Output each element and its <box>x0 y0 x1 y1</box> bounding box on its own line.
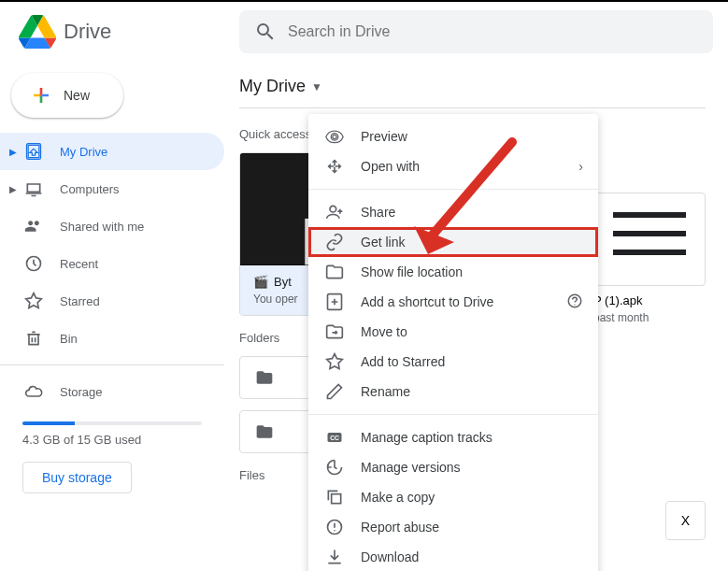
cloud-icon <box>22 380 45 403</box>
expand-icon[interactable]: ▶ <box>7 184 19 194</box>
shared-icon <box>22 215 45 237</box>
menu-item-label: Report abuse <box>361 520 439 535</box>
menu-item-add-to-starred[interactable]: Add to Starred <box>308 347 598 377</box>
menu-item-label: Open with <box>361 159 420 174</box>
download-icon <box>323 546 346 568</box>
recent-icon <box>22 252 45 275</box>
sidebar-item-my-drive[interactable]: ▶ My Drive <box>0 133 224 170</box>
menu-item-show-file-location[interactable]: Show file location <box>308 257 598 287</box>
sidebar-item-starred[interactable]: Starred <box>0 282 224 320</box>
menu-item-label: Preview <box>361 129 407 144</box>
menu-item-manage-versions[interactable]: Manage versions <box>308 452 598 482</box>
menu-item-get-link[interactable]: Get link <box>308 227 598 257</box>
search-icon <box>254 21 277 43</box>
quick-access-card-2[interactable]: P (1).apk past month <box>593 193 706 324</box>
star-icon <box>323 350 346 373</box>
storage-text: 4.3 GB of 15 GB used <box>22 433 202 447</box>
new-button[interactable]: New <box>11 73 123 118</box>
eye-icon <box>323 125 346 148</box>
divider <box>0 364 224 365</box>
svg-rect-8 <box>332 494 341 504</box>
nav-label: Bin <box>60 332 78 346</box>
menu-item-make-a-copy[interactable]: Make a copy <box>308 482 598 512</box>
search-bar[interactable] <box>239 10 713 53</box>
new-button-label: New <box>64 88 90 103</box>
computers-icon <box>22 178 45 200</box>
move-icon <box>323 321 346 343</box>
file-name: Byt <box>274 275 292 289</box>
sidebar-item-recent[interactable]: Recent <box>0 245 224 282</box>
menu-item-label: Show file location <box>361 264 463 279</box>
breadcrumb[interactable]: My Drive ▼ <box>239 77 706 108</box>
app-title: Drive <box>64 20 111 44</box>
search-input[interactable] <box>288 23 698 40</box>
menu-divider <box>308 189 598 190</box>
menu-item-share[interactable]: Share <box>308 197 598 227</box>
breadcrumb-label: My Drive <box>239 77 306 96</box>
chevron-down-icon: ▼ <box>311 80 322 93</box>
nav-label: Starred <box>60 294 100 308</box>
menu-item-label: Add a shortcut to Drive <box>361 294 493 309</box>
cc-icon: CC <box>323 426 346 449</box>
add-drive-icon <box>323 291 346 313</box>
menu-item-manage-caption-tracks[interactable]: CCManage caption tracks <box>308 422 598 452</box>
folder-icon <box>323 261 346 283</box>
bin-icon <box>22 327 45 350</box>
folder-icon <box>255 368 274 387</box>
context-menu: PreviewOpen with›ShareGet linkShow file … <box>308 114 598 571</box>
file-name: P (1).apk <box>593 293 706 307</box>
buy-storage-button[interactable]: Buy storage <box>22 462 132 493</box>
video-icon: 🎬 <box>253 275 268 289</box>
sidebar-item-shared[interactable]: Shared with me <box>0 207 224 245</box>
svg-text:CC: CC <box>330 435 339 441</box>
header: Drive <box>0 2 728 62</box>
menu-item-label: Get link <box>361 235 405 250</box>
expand-icon[interactable]: ▶ <box>7 147 19 157</box>
svg-point-4 <box>330 206 336 212</box>
menu-item-preview[interactable]: Preview <box>308 121 598 151</box>
menu-item-label: Share <box>361 205 395 220</box>
chevron-right-icon: › <box>578 159 583 174</box>
menu-item-label: Manage caption tracks <box>361 430 492 445</box>
nav-label: My Drive <box>60 145 107 159</box>
sidebar-item-storage[interactable]: Storage <box>0 373 224 410</box>
menu-item-label: Rename <box>361 384 410 399</box>
nav-label: Recent <box>60 257 98 271</box>
menu-item-add-a-shortcut-to-drive[interactable]: Add a shortcut to Drive <box>308 287 598 317</box>
report-icon <box>323 516 346 538</box>
menu-item-label: Move to <box>361 324 407 339</box>
my-drive-icon <box>22 140 45 163</box>
storage-bar <box>22 421 202 425</box>
menu-item-rename[interactable]: Rename <box>308 377 598 407</box>
pencil-icon <box>323 380 346 403</box>
menu-item-report-abuse[interactable]: Report abuse <box>308 512 598 542</box>
sidebar-item-bin[interactable]: Bin <box>0 320 224 357</box>
sidebar: New ▶ My Drive ▶ Computers Shared with m… <box>0 62 232 571</box>
nav-label: Storage <box>60 385 103 399</box>
menu-item-label: Add to Starred <box>361 354 445 369</box>
menu-item-label: Manage versions <box>361 460 461 475</box>
sidebar-item-computers[interactable]: ▶ Computers <box>0 170 224 207</box>
file-thumbnail <box>593 193 706 286</box>
plus-icon <box>30 84 52 107</box>
link-icon <box>323 231 346 253</box>
folder-item-x[interactable]: X <box>665 501 706 540</box>
copy-icon <box>323 486 346 508</box>
menu-item-label: Make a copy <box>361 490 435 505</box>
star-icon <box>22 290 45 312</box>
versions-icon <box>323 456 346 478</box>
person-add-icon <box>323 201 346 223</box>
help-icon[interactable] <box>566 293 583 312</box>
logo-section[interactable]: Drive <box>7 13 239 50</box>
open-with-icon <box>323 155 346 178</box>
nav-label: Shared with me <box>60 220 144 234</box>
menu-item-move-to[interactable]: Move to <box>308 317 598 347</box>
file-subtitle: past month <box>593 311 706 324</box>
menu-divider <box>308 414 598 415</box>
menu-item-download[interactable]: Download <box>308 542 598 571</box>
nav-label: Computers <box>60 182 120 196</box>
folder-icon <box>255 422 274 441</box>
menu-item-open-with[interactable]: Open with› <box>308 151 598 181</box>
drive-logo-icon <box>19 13 56 50</box>
menu-item-label: Download <box>361 550 419 564</box>
